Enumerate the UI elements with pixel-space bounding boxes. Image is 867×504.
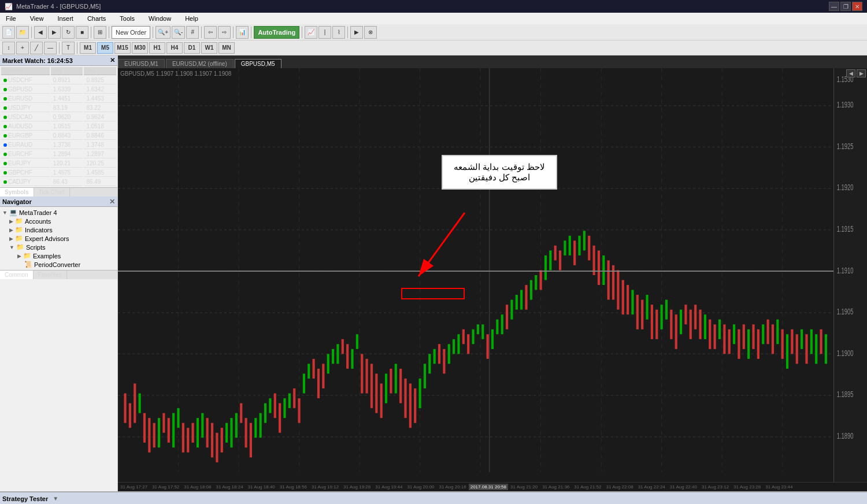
- market-table-row[interactable]: EURAUD 1.3736 1.3748: [1, 141, 116, 149]
- hline-tool[interactable]: —: [44, 42, 57, 54]
- nav-accounts[interactable]: ▶ 📁 Accounts: [1, 217, 116, 225]
- new-chart-btn[interactable]: 📄: [2, 26, 15, 39]
- minimize-button[interactable]: —: [829, 2, 839, 11]
- tf-m30[interactable]: M30: [132, 42, 148, 54]
- chart-tab-eurusd-m1[interactable]: EURUSD,M1: [118, 59, 165, 68]
- full-chart-btn[interactable]: ⊞: [94, 26, 106, 39]
- nav-period-converter[interactable]: 📜 PeriodConverter: [1, 260, 116, 269]
- autotrading-btn[interactable]: AutoTrading: [254, 26, 299, 39]
- market-table-row[interactable]: USDCHF 0.8921 0.8925: [1, 76, 116, 84]
- svg-rect-42: [221, 428, 223, 453]
- bar-chart-btn[interactable]: 📈: [305, 26, 317, 39]
- close-button[interactable]: ✕: [852, 2, 862, 11]
- nav-examples[interactable]: ▶ 📁 Examples: [1, 251, 116, 260]
- refresh-btn[interactable]: ↻: [62, 26, 75, 39]
- chart-tab-gbpusd-m5[interactable]: GBPUSD,M5: [235, 59, 281, 68]
- svg-rect-57: [293, 388, 295, 408]
- svg-rect-23: [129, 403, 131, 428]
- menu-tools[interactable]: Tools: [116, 14, 138, 23]
- chart-tab-eurusd-m2[interactable]: EURUSD,M2 (offline): [166, 59, 234, 68]
- zoom-in-btn[interactable]: 🔍+: [155, 26, 171, 39]
- market-table-row[interactable]: EURJPY 120.21 120.25: [1, 160, 116, 168]
- cursor-btn[interactable]: ↕: [2, 42, 15, 54]
- market-table-row[interactable]: EURUSD 1.4451 1.4453: [1, 95, 116, 103]
- scroll-right-btn[interactable]: ▶: [857, 69, 866, 77]
- tf-m15[interactable]: M15: [114, 42, 131, 54]
- market-table-row[interactable]: USDJPY 83.19 83.22: [1, 104, 116, 112]
- new-order-btn[interactable]: New Order: [112, 26, 150, 39]
- svg-rect-25: [139, 394, 141, 413]
- back-btn[interactable]: ◀: [34, 26, 47, 39]
- open-btn[interactable]: 📁: [16, 26, 29, 39]
- svg-rect-107: [535, 275, 537, 290]
- tf-m1[interactable]: M1: [80, 42, 96, 54]
- market-table-row[interactable]: USDCAD 0.9620 0.9624: [1, 113, 116, 121]
- expert-on-btn[interactable]: ▶: [350, 26, 363, 39]
- tf-h4[interactable]: H4: [166, 42, 183, 54]
- market-table-row[interactable]: EURCHF 1.2894 1.2897: [1, 150, 116, 158]
- tf-h1[interactable]: H1: [149, 42, 165, 54]
- menu-help[interactable]: Help: [181, 14, 202, 23]
- period-converter-icon: 📜: [24, 261, 32, 268]
- market-table-row[interactable]: CADJPY 86.43 86.49: [1, 178, 116, 186]
- expert-off-btn[interactable]: ⊗: [364, 26, 377, 39]
- svg-rect-116: [578, 236, 580, 255]
- time-2: 31 Aug 17:52: [150, 484, 181, 490]
- ask-cell: 0.9624: [84, 113, 116, 121]
- title-bar-title: MetaTrader 4 - [GBPUSD,M5]: [16, 3, 101, 10]
- market-watch-close[interactable]: ✕: [110, 57, 115, 64]
- nav-tab-favorites[interactable]: Favorites: [34, 270, 67, 279]
- navigator-close[interactable]: ✕: [109, 198, 115, 206]
- zoom-out-btn[interactable]: 🔍-: [172, 26, 185, 39]
- nav-metatrader4[interactable]: ▼ 💻 MetaTrader 4: [1, 208, 116, 217]
- svg-text:1.1915: 1.1915: [837, 224, 854, 234]
- menu-charts[interactable]: Charts: [84, 14, 109, 23]
- crosshair-btn[interactable]: +: [16, 42, 29, 54]
- indicators-btn[interactable]: 📊: [236, 26, 249, 39]
- tf-mn[interactable]: MN: [218, 42, 235, 54]
- market-table-row[interactable]: GBPCHF 1.4575 1.4585: [1, 169, 116, 177]
- market-table-row[interactable]: AUDUSD 1.0515 1.0518: [1, 123, 116, 131]
- svg-text:1.1890: 1.1890: [837, 431, 854, 441]
- market-table-row[interactable]: GBPUSD 1.6339 1.6342: [1, 86, 116, 94]
- chart-scroll-right[interactable]: ⇨: [218, 26, 231, 39]
- restore-button[interactable]: ❐: [840, 2, 851, 11]
- scroll-left-btn[interactable]: ◀: [846, 69, 855, 77]
- market-table-row[interactable]: EURGBP 0.8843 0.8846: [1, 132, 116, 140]
- candle-btn[interactable]: |: [318, 26, 331, 39]
- nav-tab-common[interactable]: Common: [0, 270, 34, 279]
- nav-expert-advisors[interactable]: ▶ 📁 Expert Advisors: [1, 234, 116, 243]
- svg-rect-145: [718, 320, 721, 339]
- menu-insert[interactable]: Insert: [54, 14, 77, 23]
- svg-text:1.1930: 1.1930: [837, 99, 854, 110]
- svg-rect-49: [254, 418, 257, 438]
- nav-indicators-label: Indicators: [25, 227, 53, 234]
- tf-w1[interactable]: W1: [201, 42, 217, 54]
- nav-indicators[interactable]: ▶ 📁 Indicators: [1, 225, 116, 234]
- line-tool[interactable]: ╱: [30, 42, 43, 54]
- grid-btn[interactable]: #: [186, 26, 199, 39]
- nav-scripts[interactable]: ▼ 📁 Scripts: [1, 243, 116, 251]
- svg-rect-121: [602, 255, 605, 285]
- st-close-icon[interactable]: ✕: [860, 495, 865, 502]
- menu-view[interactable]: View: [27, 14, 47, 23]
- time-axis: 31 Aug 17:27 31 Aug 17:52 31 Aug 18:08 3…: [118, 482, 867, 491]
- tab-tick-chart[interactable]: Tick Chart: [34, 188, 70, 197]
- line-btn[interactable]: ⌇: [332, 26, 345, 39]
- forward-btn[interactable]: ▶: [48, 26, 61, 39]
- menu-file[interactable]: File: [2, 14, 20, 23]
- ask-cell: 1.6342: [84, 86, 116, 94]
- nav-metatrader-icon: 💻: [9, 209, 17, 216]
- annotation-box: لاحظ توقيت بداية الشمعه اصبح كل دفيقتين: [442, 155, 557, 190]
- tf-m5[interactable]: M5: [97, 42, 113, 54]
- chart-scroll-left[interactable]: ⇦: [204, 26, 217, 39]
- tab-symbols[interactable]: Symbols: [0, 188, 34, 197]
- stop-btn[interactable]: ■: [76, 26, 88, 39]
- tf-d1[interactable]: D1: [184, 42, 200, 54]
- chart-main[interactable]: GBPUSD,M5 1.1907 1.1908 1.1907 1.1908: [118, 68, 867, 482]
- svg-rect-32: [172, 413, 175, 448]
- col-symbol: Symbol: [1, 67, 50, 75]
- main-layout: Market Watch: 16:24:53 ✕ Symbol Bid Ask …: [0, 55, 867, 491]
- text-tool[interactable]: T: [62, 42, 75, 54]
- menu-window[interactable]: Window: [145, 14, 175, 23]
